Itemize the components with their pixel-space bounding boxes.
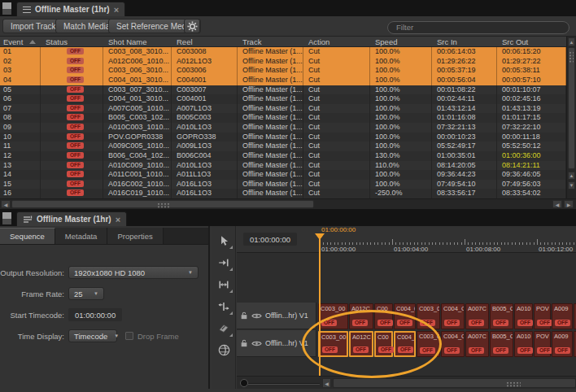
- table-row[interactable]: 16 OFF A016C019_1010... A016L1O3 Offline…: [0, 189, 566, 198]
- time-display-dropdown[interactable]: Timecode▼: [68, 329, 117, 342]
- tab-sequence[interactable]: Sequence: [0, 228, 55, 244]
- insert-tool-button[interactable]: [213, 252, 234, 272]
- table-row[interactable]: 13 OFF A010C009_1010... A010L1O3 Offline…: [0, 161, 566, 171]
- table-row[interactable]: 15 OFF A016C002_1010... A016L1O3 Offline…: [0, 180, 566, 189]
- column-header-speed[interactable]: Speed: [370, 37, 432, 46]
- table-row[interactable]: 10 OFF POV.GOPR0338 GOPRO338 Offline Mas…: [0, 133, 566, 142]
- horizontal-scrollbar-thumb[interactable]: [11, 200, 314, 208]
- column-header-action[interactable]: Action: [303, 37, 370, 46]
- scroll-down-button[interactable]: ▼: [568, 181, 575, 189]
- src-out-cell: 01:29:27:22: [497, 57, 566, 67]
- clip-name: A010: [515, 304, 532, 312]
- frame-rate-dropdown[interactable]: 25▼: [68, 287, 104, 300]
- timeline-clip[interactable]: C004_COFF: [441, 331, 465, 357]
- vertical-scrollbar-thumb[interactable]: [568, 47, 575, 169]
- tab-offline-master-bottom[interactable]: Offline Master (1hr) ×: [16, 211, 127, 226]
- clip-name: A009: [552, 304, 572, 312]
- track-header[interactable]: Offlin...hr) V1: [237, 303, 316, 329]
- table-row[interactable]: 06 OFF C004_001_3010... C004001 Offline …: [0, 94, 566, 104]
- scroll-left-button[interactable]: ◀: [1, 200, 11, 208]
- tab-metadata[interactable]: Metadata: [55, 228, 108, 244]
- panel-corner-icon[interactable]: [2, 2, 11, 15]
- slip-slide-tool-button[interactable]: [213, 296, 234, 316]
- lock-icon[interactable]: [240, 308, 248, 323]
- ruler-label: 01:00:04:00: [394, 246, 428, 253]
- event-cell: 13: [0, 161, 41, 171]
- zoom-slider-groove: [248, 383, 320, 385]
- status-cell: OFF: [41, 151, 103, 161]
- drop-frame-checkbox[interactable]: [125, 332, 133, 340]
- lock-icon[interactable]: [240, 336, 248, 351]
- table-row[interactable]: 12 OFF B006_C004_102... B006C004 Offline…: [0, 151, 566, 161]
- sequence-properties-pane: Sequence Metadata Properties Output Reso…: [0, 226, 210, 389]
- razor-tool-button[interactable]: [213, 318, 234, 338]
- timeline-clip[interactable]: A007COFF: [465, 303, 489, 329]
- settings-button[interactable]: [184, 19, 200, 33]
- src-in-cell: 08:33:56:17: [432, 189, 497, 198]
- timeline-clip[interactable]: B005_COFF: [490, 303, 513, 329]
- timeline-clip[interactable]: A010OFF: [514, 303, 533, 329]
- trim-tool-button[interactable]: [213, 274, 234, 294]
- timeline-clip[interactable]: A009OFF: [552, 303, 573, 329]
- shot-name-cell: C004_001_3010...: [103, 76, 172, 85]
- scroll-right-button[interactable]: ▶: [564, 200, 574, 208]
- filter-input[interactable]: [387, 21, 569, 34]
- scroll-left-button-2[interactable]: ◀: [552, 200, 562, 208]
- timeline-scrollbar-thumb[interactable]: [333, 378, 576, 388]
- timeline-clip[interactable]: A007COFF: [465, 331, 489, 357]
- vertical-scrollbar[interactable]: ▲ ▲ ▼: [566, 37, 576, 198]
- column-header-event[interactable]: Event: [0, 37, 41, 46]
- table-row[interactable]: 04 OFF C004_001_3010... C004001 Offline …: [0, 76, 566, 85]
- close-icon[interactable]: ×: [114, 6, 119, 14]
- timeline-clip[interactable]: C004_COFF: [441, 303, 465, 329]
- table-row[interactable]: 01 OFF C003_008_3010... C003008 Offline …: [0, 47, 566, 57]
- column-header-status[interactable]: Status: [41, 37, 103, 46]
- tab-properties[interactable]: Properties: [107, 228, 163, 244]
- navigate-tool-button[interactable]: [213, 340, 234, 360]
- table-row[interactable]: 03 OFF C003_006_3010... C003006 Offline …: [0, 66, 566, 76]
- timeline-clip[interactable]: POVOFF: [534, 331, 551, 357]
- table-row[interactable]: 11 OFF A009C005_1010... A009L1O3 Offline…: [0, 142, 566, 151]
- scroll-left-button[interactable]: ◀: [322, 378, 331, 388]
- annotation-ellipse: [302, 310, 442, 378]
- select-tool-button[interactable]: [213, 230, 234, 250]
- table-row[interactable]: 05 OFF C003_007_3010... C003007 Offline …: [0, 85, 566, 95]
- scroll-up-button-2[interactable]: ▲: [568, 172, 575, 180]
- timeline-clip[interactable]: A010OFF: [514, 331, 533, 357]
- visibility-icon[interactable]: [251, 308, 262, 323]
- track-cell: Offline Master (1...: [238, 133, 303, 142]
- output-resolution-dropdown[interactable]: 1920x1080 HD 1080▼: [68, 266, 199, 279]
- start-timecode-field[interactable]: 01:00:00:00: [68, 308, 122, 321]
- table-row[interactable]: 08 OFF B005_C003_102... B005C003 Offline…: [0, 113, 566, 123]
- column-header-src-in[interactable]: Src In: [432, 37, 497, 46]
- column-header-reel[interactable]: Reel: [172, 37, 238, 46]
- column-header-track[interactable]: Track: [238, 37, 303, 46]
- timeline-clip[interactable]: B005_COFF: [490, 331, 513, 357]
- current-timecode-display[interactable]: 01:00:00:00: [243, 233, 297, 246]
- visibility-icon[interactable]: [251, 336, 262, 351]
- timeline-ruler[interactable]: 01:00:00:00 01:00:00:00 01:00:00:0001:00…: [237, 226, 576, 253]
- status-badge: OFF: [67, 86, 84, 93]
- table-row[interactable]: 07 OFF A007C005_1010... A007L1O3 Offline…: [0, 104, 566, 114]
- timeline-scrollbar[interactable]: ◀: [237, 376, 576, 389]
- horizontal-scrollbar[interactable]: ◀ ◀ ▶: [0, 198, 576, 209]
- razor-icon: [217, 322, 230, 335]
- timeline-clip[interactable]: POVOFF: [534, 303, 551, 329]
- reel-cell: C003007: [172, 85, 238, 95]
- table-row[interactable]: 14 OFF A011C001_1010... A011L1O3 Offline…: [0, 170, 566, 180]
- reel-cell: A011L1O3: [172, 170, 238, 180]
- src-in-cell: 01:01:16:08: [432, 113, 497, 123]
- table-row[interactable]: 09 OFF A010C003_1010... A010L1O3 Offline…: [0, 123, 566, 133]
- status-badge: OFF: [67, 58, 84, 64]
- table-row[interactable]: 02 OFF A012C006_1010... A012L1O3 Offline…: [0, 57, 566, 67]
- tab-offline-master-top[interactable]: Offline Master (1hr) ×: [16, 2, 125, 16]
- column-header-shot-name[interactable]: Shot Name: [103, 37, 172, 46]
- zoom-slider-knob[interactable]: [240, 379, 248, 387]
- scroll-up-button[interactable]: ▲: [568, 37, 575, 46]
- timeline-clip[interactable]: A009OFF: [552, 331, 573, 357]
- shot-name-cell: A012C006_1010...: [103, 57, 172, 67]
- close-icon[interactable]: ×: [116, 216, 120, 224]
- src-in-cell: 07:49:54:10: [432, 180, 497, 189]
- panel-corner-icon[interactable]: [2, 212, 11, 224]
- column-header-src-out[interactable]: Src Out: [497, 37, 566, 46]
